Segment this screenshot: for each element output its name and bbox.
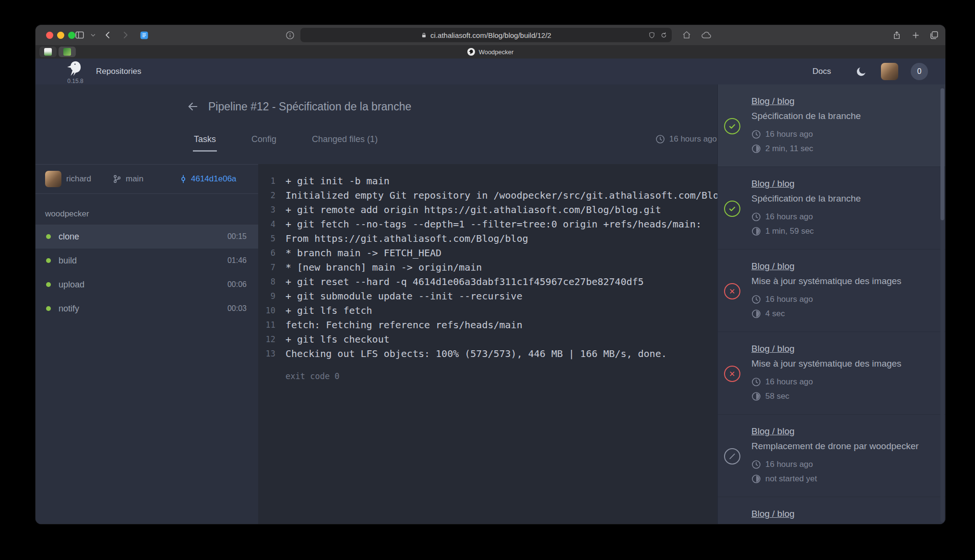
line-text: From https://git.athaliasoft.com/Blog/bl… [285,231,528,246]
line-text: + git remote add origin https://git.atha… [285,203,661,217]
duration-icon [751,474,761,484]
clock-icon [751,295,761,304]
log-line: 7* [new branch] main -> origin/main [258,260,718,274]
step-row-upload[interactable]: upload00:06 [36,273,258,297]
tab-title: Woodpecker [479,48,514,56]
woodpecker-logo-icon[interactable] [65,60,85,78]
build-time: 16 hours ago [751,212,813,222]
browser-tabbar: Woodpecker [36,45,945,59]
line-number: 2 [258,188,275,203]
build-duration: 58 sec [751,392,789,401]
cloud-tabs-button[interactable] [698,25,715,45]
log-line: 2Initialized empty Git repository in /wo… [258,188,718,203]
workflow-label[interactable]: woodpecker [45,209,89,219]
line-number: 12 [258,332,275,346]
line-number: 6 [258,246,275,260]
step-row-notify[interactable]: notify00:03 [36,297,258,321]
tab-tasks[interactable]: Tasks [193,134,217,152]
nav-repositories-link[interactable]: Repositories [96,59,142,84]
chevron-down-icon[interactable] [88,25,98,45]
pipeline-content: Pipeline #12 - Spécification de la branc… [36,84,945,524]
step-duration: 00:03 [227,304,247,313]
home-button[interactable] [678,25,695,45]
build-time: 16 hours ago [751,295,813,304]
tab-favicon-woodpecker [467,48,475,56]
app-navbar: 0.15.8 Repositories Docs 0 [36,59,945,85]
builds-sidebar: Blog / blogSpécification de la branche16… [717,84,945,524]
extension-button[interactable] [136,25,152,45]
repo-link[interactable]: Blog / blog [751,426,795,437]
build-card[interactable]: Blog / blogSpécification de la branche16… [718,84,945,167]
lock-icon [421,32,427,39]
clock-icon [751,130,761,139]
line-text: Checking out LFS objects: 100% (573/573)… [285,346,667,361]
build-card[interactable]: Blog / blogSpécification de la branche16… [718,167,945,250]
share-button[interactable] [889,25,905,45]
repo-link[interactable]: Blog / blog [751,96,795,107]
page-settings-button[interactable] [282,25,297,45]
build-message: Mise à jour systématique des images [751,358,939,369]
build-card[interactable]: Blog / blogRemplacement de drone par woo… [718,497,945,524]
notification-badge[interactable]: 0 [911,63,928,80]
repo-link[interactable]: Blog / blog [751,179,795,189]
pipeline-left-panel: richard main 4614d1e06a woodpecker clone… [36,164,258,524]
traffic-light-close[interactable] [46,32,53,39]
build-duration: not started yet [751,474,817,484]
branch-icon [112,174,122,184]
line-number: 7 [258,260,275,274]
step-name: upload [59,280,227,290]
scrollbar-thumb[interactable] [940,88,944,220]
step-row-clone[interactable]: clone00:15 [36,225,258,249]
author-avatar [45,171,61,187]
log-line: 3+ git remote add origin https://git.ath… [258,203,718,217]
log-line: 5From https://git.athaliasoft.com/Blog/b… [258,231,718,246]
duration-icon [751,226,761,236]
tab-changed-files-1[interactable]: Changed files (1) [311,134,379,152]
line-text: + git lfs checkout [285,332,390,346]
build-message: Remplacement de drone par woodpecker [751,524,939,524]
theme-toggle-moon-icon[interactable] [853,64,869,79]
line-text: + git reset --hard -q 4614d1e06a3dabf311… [285,274,644,289]
step-status-dot-icon [46,306,51,311]
repo-link[interactable]: Blog / blog [751,344,795,354]
step-status-dot-icon [46,234,51,239]
back-button[interactable] [101,25,115,45]
clock-icon [751,212,761,222]
traffic-light-minimize[interactable] [57,32,64,39]
log-line: 9+ git submodule update --init --recursi… [258,289,718,303]
builds-list: Blog / blogSpécification de la branche16… [718,84,945,524]
duration-icon [751,144,761,154]
clock-icon [751,460,761,469]
failure-status-icon [724,283,740,299]
active-tab[interactable]: Woodpecker [36,45,945,59]
build-card[interactable]: Blog / blogRemplacement de drone par woo… [718,415,945,497]
commit-link[interactable]: 4614d1e06a [191,165,237,193]
success-status-icon [724,201,740,217]
pipeline-tabs: TasksConfigChanged files (1) [193,134,379,152]
nav-docs-link[interactable]: Docs [812,59,831,84]
build-card[interactable]: Blog / blogMise à jour systématique des … [718,332,945,415]
repo-link[interactable]: Blog / blog [751,509,795,519]
line-text: Initialized empty Git repository in /woo… [285,188,718,203]
back-arrow-button[interactable] [184,98,202,115]
clock-icon [751,377,761,387]
reload-button[interactable] [660,32,667,39]
build-card[interactable]: Blog / blogMise à jour systématique des … [718,250,945,332]
line-text: * [new branch] main -> origin/main [285,260,482,274]
sidebar-toggle-button[interactable] [72,25,87,45]
log-line: 11fetch: Fetching reference refs/heads/m… [258,318,718,332]
build-time: 16 hours ago [751,377,813,387]
step-name: clone [59,232,227,242]
tab-overview-button[interactable] [925,25,942,45]
log-panel[interactable]: 1+ git init -b main2Initialized empty Gi… [258,164,718,524]
address-bar[interactable]: ci.athaliasoft.com/Blog/blog/build/12/2 [300,28,672,42]
version-label: 0.15.8 [62,78,88,84]
privacy-shield-icon[interactable] [648,32,655,39]
repo-link[interactable]: Blog / blog [751,261,795,272]
user-avatar[interactable] [881,63,898,80]
new-tab-button[interactable] [908,25,923,45]
author-name: richard [66,165,91,193]
tab-config[interactable]: Config [250,134,277,152]
step-row-build[interactable]: build01:46 [36,249,258,273]
forward-button[interactable] [118,25,132,45]
